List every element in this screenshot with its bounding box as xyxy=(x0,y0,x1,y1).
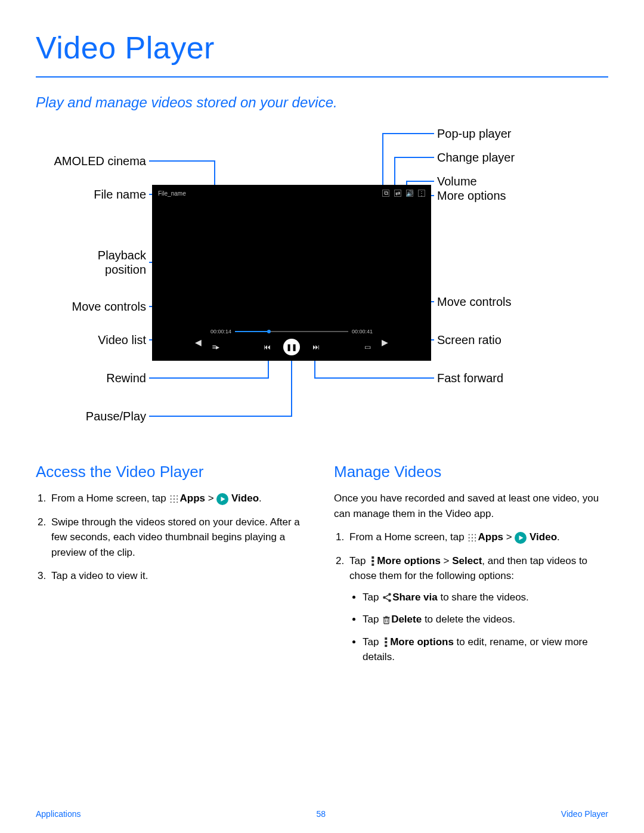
access-step-1: From a Home screen, tap Apps > Video. xyxy=(49,491,310,506)
label-volume: Volume xyxy=(437,174,477,188)
label-fast-forward: Fast forward xyxy=(437,371,503,385)
popup-player-icon[interactable]: ⧉ xyxy=(382,190,389,197)
manage-intro: Once you have recorded and saved at leas… xyxy=(334,491,608,521)
seekbar[interactable]: 00:00:14 00:00:41 xyxy=(210,328,373,335)
fast-forward-icon[interactable]: ⏭ xyxy=(311,342,321,352)
more-options-icon xyxy=(382,637,390,648)
page-footer: Applications 58 Video Player xyxy=(36,809,608,819)
svg-point-2 xyxy=(388,593,391,596)
time-total: 00:00:41 xyxy=(352,329,373,335)
change-player-icon[interactable]: ⇄ xyxy=(394,190,401,197)
manage-step-1: From a Home screen, tap Apps > Video. xyxy=(347,529,608,545)
manage-bullet-share: Tap Share via to share the videos. xyxy=(363,590,608,605)
video-player-screenshot: File_name ⧉ ⇄ 🔊 ⋮ ◀ ▶ 00:00:14 00:00:41 … xyxy=(152,185,431,361)
label-move-controls-left: Move controls xyxy=(36,299,146,314)
svg-line-6 xyxy=(386,598,389,600)
svg-rect-9 xyxy=(385,616,388,617)
footer-left: Applications xyxy=(36,809,81,819)
volume-icon[interactable]: 🔊 xyxy=(406,190,413,197)
footer-page-number: 58 xyxy=(316,809,326,819)
video-list-icon[interactable]: ≡▸ xyxy=(210,342,221,352)
player-diagram: AMOLED cinema File name Playback positio… xyxy=(36,123,608,457)
label-move-controls-right: Move controls xyxy=(437,295,512,309)
label-playback-position: Playback position xyxy=(36,248,146,277)
access-step-3: Tap a video to view it. xyxy=(49,568,310,584)
page-title: Video Player xyxy=(36,30,608,66)
time-current: 00:00:14 xyxy=(210,329,231,335)
apps-icon xyxy=(467,532,478,543)
manage-bullet-more: Tap More options to edit, rename, or vie… xyxy=(363,634,608,665)
label-file-name: File name xyxy=(36,187,146,202)
manage-heading: Manage Videos xyxy=(334,463,608,481)
label-more-options: More options xyxy=(437,188,506,203)
player-file-name: File_name xyxy=(158,190,186,197)
video-app-icon xyxy=(216,493,228,505)
apps-icon xyxy=(169,494,179,504)
rewind-icon[interactable]: ⏮ xyxy=(262,342,273,352)
seek-track[interactable] xyxy=(235,331,348,332)
manage-step-2: Tap More options > Select, and then tap … xyxy=(347,553,608,665)
label-screen-ratio: Screen ratio xyxy=(437,333,501,347)
access-heading: Access the Video Player xyxy=(36,463,310,481)
manage-bullet-delete: Tap Delete to delete the videos. xyxy=(363,612,608,627)
screen-ratio-icon[interactable]: ▭ xyxy=(362,342,373,352)
svg-point-4 xyxy=(388,599,391,602)
video-app-icon xyxy=(515,532,527,544)
move-controls-right-icon[interactable]: ▶ xyxy=(382,337,388,347)
label-popup-player: Pop-up player xyxy=(437,126,512,141)
label-pause-play: Pause/Play xyxy=(36,409,146,423)
more-options-icon[interactable]: ⋮ xyxy=(418,190,425,197)
svg-point-3 xyxy=(383,596,386,599)
page-subtitle: Play and manage videos stored on your de… xyxy=(36,94,608,111)
move-controls-left-icon[interactable]: ◀ xyxy=(195,337,202,347)
label-rewind: Rewind xyxy=(36,371,146,385)
svg-rect-7 xyxy=(384,618,389,623)
label-video-list: Video list xyxy=(36,333,146,347)
footer-right: Video Player xyxy=(561,809,608,819)
access-section: Access the Video Player From a Home scre… xyxy=(36,463,310,673)
trash-icon xyxy=(382,615,391,625)
content-columns: Access the Video Player From a Home scre… xyxy=(36,463,608,673)
svg-line-5 xyxy=(386,595,389,597)
access-step-2: Swipe through the videos stored on your … xyxy=(49,515,310,561)
svg-rect-8 xyxy=(383,617,390,618)
label-change-player: Change player xyxy=(437,150,515,165)
more-options-icon xyxy=(369,556,377,566)
pause-play-button[interactable]: ❚❚ xyxy=(283,339,300,355)
title-rule xyxy=(36,76,608,78)
label-amoled-cinema: AMOLED cinema xyxy=(36,154,146,168)
manage-section: Manage Videos Once you have recorded and… xyxy=(334,463,608,673)
share-icon xyxy=(382,592,392,603)
